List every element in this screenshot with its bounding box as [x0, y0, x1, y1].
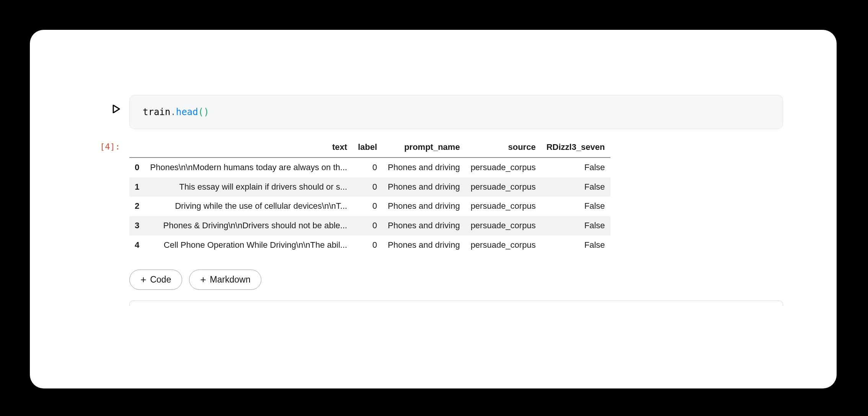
- cell-prompt_name: Phones and driving: [382, 177, 465, 197]
- cell-rdizzl3: False: [541, 236, 610, 255]
- add-code-label: Code: [150, 275, 171, 285]
- cell-label: 0: [352, 216, 382, 236]
- code-token-object: train: [143, 107, 170, 117]
- cell-label: 0: [352, 236, 382, 255]
- cell-text: Phones\n\nModern humans today are always…: [145, 158, 352, 177]
- table-row: 0 Phones\n\nModern humans today are alwa…: [129, 158, 610, 177]
- cell-text: Phones & Driving\n\nDrivers should not b…: [145, 216, 352, 236]
- cell-label: 0: [352, 177, 382, 197]
- cell-prompt_name: Phones and driving: [382, 197, 465, 216]
- cell-gutter: [83, 95, 129, 113]
- col-header-source: source: [465, 138, 541, 158]
- output-row: [4]: text label prompt_name source RDizz…: [83, 138, 783, 255]
- cell-text: Driving while the use of cellular device…: [145, 197, 352, 216]
- code-input-area[interactable]: train.head(): [129, 95, 783, 129]
- cell-source: persuade_corpus: [465, 197, 541, 216]
- table-row: 4 Cell Phone Operation While Driving\n\n…: [129, 236, 610, 255]
- output-area: text label prompt_name source RDizzl3_se…: [129, 138, 783, 255]
- cell-source: persuade_corpus: [465, 236, 541, 255]
- plus-icon: +: [140, 275, 146, 284]
- notebook-window: train.head() [4]: text label prompt_name…: [30, 30, 837, 388]
- cell-source: persuade_corpus: [465, 158, 541, 177]
- table-row: 2 Driving while the use of cellular devi…: [129, 197, 610, 216]
- run-cell-icon[interactable]: [113, 105, 120, 113]
- row-index: 1: [129, 177, 145, 197]
- cell-text: This essay will explain if drivers shoul…: [145, 177, 352, 197]
- cell-prompt_name: Phones and driving: [382, 236, 465, 255]
- col-header-prompt_name: prompt_name: [382, 138, 465, 158]
- output-gutter: [4]:: [83, 138, 129, 156]
- cell-prompt_name: Phones and driving: [382, 216, 465, 236]
- cell-label: 0: [352, 197, 382, 216]
- cell-prompt_name: Phones and driving: [382, 158, 465, 177]
- table-row: 1 This essay will explain if drivers sho…: [129, 177, 610, 197]
- dataframe-table: text label prompt_name source RDizzl3_se…: [129, 138, 610, 255]
- svg-marker-0: [113, 105, 119, 113]
- add-markdown-button[interactable]: + Markdown: [189, 270, 261, 290]
- cell-rdizzl3: False: [541, 177, 610, 197]
- row-index: 3: [129, 216, 145, 236]
- cell-rdizzl3: False: [541, 216, 610, 236]
- add-cell-buttons: + Code + Markdown: [129, 270, 783, 290]
- cell-rdizzl3: False: [541, 197, 610, 216]
- cell-rdizzl3: False: [541, 158, 610, 177]
- code-token-method: head: [176, 107, 198, 117]
- row-index: 4: [129, 236, 145, 255]
- execution-count: [4]:: [100, 138, 120, 156]
- plus-icon: +: [200, 275, 206, 284]
- col-header-label: label: [352, 138, 382, 158]
- table-row: 3 Phones & Driving\n\nDrivers should not…: [129, 216, 610, 236]
- add-markdown-label: Markdown: [210, 275, 250, 285]
- next-cell-top-edge: [129, 301, 783, 306]
- col-header-text: text: [145, 138, 352, 158]
- code-token-paren-close: ): [204, 107, 209, 117]
- row-index: 0: [129, 158, 145, 177]
- cell-source: persuade_corpus: [465, 216, 541, 236]
- add-code-button[interactable]: + Code: [129, 270, 182, 290]
- code-token-dot: .: [170, 107, 176, 117]
- col-header-rdizzl3: RDizzl3_seven: [541, 138, 610, 158]
- table-header-row: text label prompt_name source RDizzl3_se…: [129, 138, 610, 158]
- index-header: [129, 138, 145, 158]
- cell-text: Cell Phone Operation While Driving\n\nTh…: [145, 236, 352, 255]
- code-cell: train.head(): [83, 95, 783, 129]
- cell-source: persuade_corpus: [465, 177, 541, 197]
- cell-label: 0: [352, 158, 382, 177]
- code-token-paren-open: (: [198, 107, 204, 117]
- row-index: 2: [129, 197, 145, 216]
